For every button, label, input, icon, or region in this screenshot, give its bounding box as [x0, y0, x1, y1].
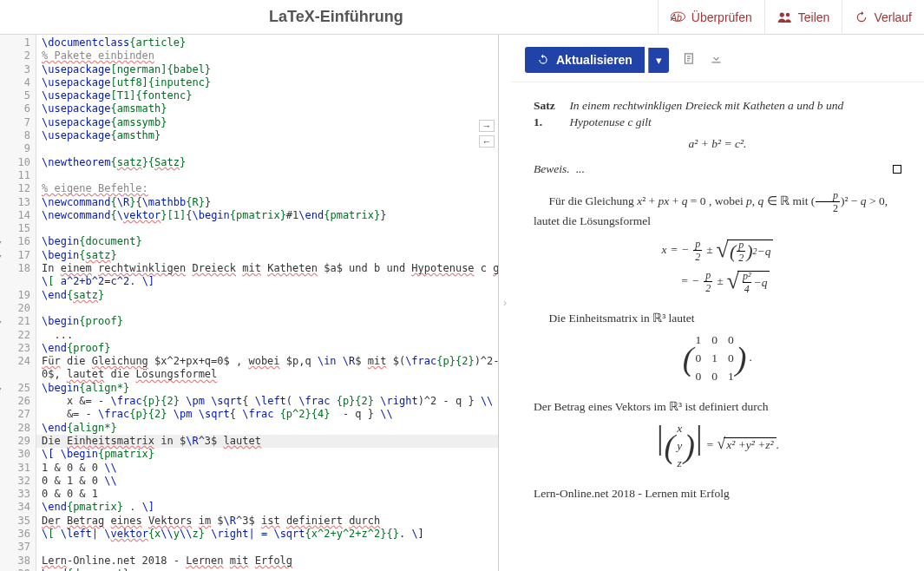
logs-icon[interactable]: [683, 52, 696, 68]
theorem-text: In einem rechtwinkligen Dreieck mit Kath…: [569, 98, 901, 131]
pdf-preview[interactable]: Satz 1.In einem rechtwinkligen Dreieck m…: [511, 82, 924, 571]
theorem-formula: a² + b² = c².: [534, 136, 901, 153]
identity-matrix: (100010001) .: [534, 332, 901, 385]
nav-right-icon[interactable]: →: [479, 120, 495, 132]
paragraph-equation: Für die Gleichung x² + px + q = 0 , wobe…: [534, 190, 901, 230]
preview-pane: Aktualisieren ▾ Satz 1.In einem rechtwin…: [511, 35, 924, 571]
share-button[interactable]: Teilen: [764, 0, 842, 35]
proof-label: Beweis.: [534, 162, 570, 175]
svg-point-2: [779, 12, 783, 16]
footer-text: Lern-Online.net 2018 - Lernen mit Erfolg: [534, 486, 901, 502]
line-gutter: 12345678910111213141516▾17▾18 192021▾222…: [0, 35, 36, 571]
project-title[interactable]: LaTeX-Einführung: [15, 8, 658, 26]
paragraph-vector: Der Betrag eines Vektors im ℝ³ ist defin…: [534, 399, 901, 416]
editor-pane[interactable]: 12345678910111213141516▾17▾18 192021▾222…: [0, 35, 499, 571]
review-button[interactable]: Ab Überprüfen: [658, 0, 764, 35]
refresh-dropdown[interactable]: ▾: [648, 48, 669, 73]
align-block: x = −p2 ± √(p2)2 − q = −p2 ± √p²4 − q: [534, 234, 901, 297]
code-editor[interactable]: \documentclass{article}% Pakete einbinde…: [36, 35, 498, 571]
vector-norm: |(xyz)| = √x² + y² + z².: [534, 421, 901, 472]
people-icon: [777, 11, 793, 23]
editor-nav-arrows: → ←: [479, 120, 495, 148]
svg-point-3: [786, 12, 790, 16]
pane-splitter[interactable]: ›: [499, 35, 511, 571]
spellcheck-icon: Ab: [671, 11, 686, 23]
download-icon[interactable]: [710, 52, 723, 68]
paragraph-matrix: Die Einheitsmatrix in ℝ³ lautet: [534, 311, 901, 327]
refresh-button[interactable]: Aktualisieren: [525, 47, 645, 73]
nav-left-icon[interactable]: ←: [479, 135, 495, 148]
refresh-icon: [537, 54, 549, 66]
theorem-label: Satz 1.: [534, 98, 564, 131]
topbar: LaTeX-Einführung Ab Überprüfen Teilen Ve…: [0, 0, 924, 35]
qed-box: [893, 165, 901, 174]
chevron-right-icon: ›: [503, 297, 507, 309]
history-button[interactable]: Verlauf: [842, 0, 924, 35]
history-icon: [855, 11, 868, 23]
